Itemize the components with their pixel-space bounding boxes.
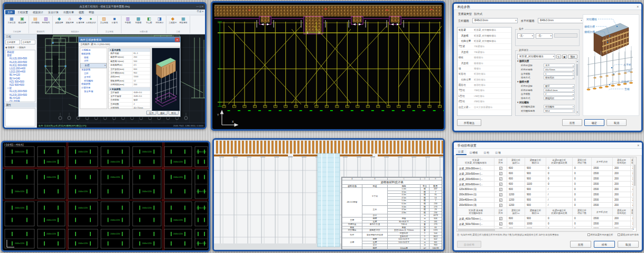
prop-grid-scrollbar[interactable]: ▲▼: [576, 59, 578, 114]
prop-value-select[interactable]: 两端间距: [544, 96, 575, 100]
command-line[interactable]: 命令: 指定对角点或 [栏选(F)/圈围(WP)/圈交(CP)]: 2046.7…: [37, 123, 205, 128]
component-filter-select[interactable]: 全部构件: [21, 40, 36, 44]
grid-value-cell[interactable]: 0: [573, 192, 592, 197]
beam-name-cell[interactable]: 边梁_200x600mm (...: [458, 176, 494, 182]
grid-value-cell[interactable]: 1500: [592, 192, 613, 197]
dialog-titlebar[interactable]: 手动排布设置: [454, 142, 642, 149]
shared-pole-checkbox[interactable]: ✓: [499, 177, 502, 180]
prop-value-select[interactable]: 钢管: [544, 84, 575, 88]
grid-value-cell[interactable]: 600: [507, 182, 525, 187]
tree-item[interactable]: Q1 200厚: [6, 100, 35, 102]
prop-value[interactable]: 12: [132, 79, 150, 83]
beam-name-cell[interactable]: 120x300mm (1): [458, 187, 494, 192]
dialog-tree-item[interactable]: 模板参数: [80, 52, 107, 56]
grid-value-cell[interactable]: /: [546, 187, 573, 192]
grid-value-cell[interactable]: 0: [573, 216, 592, 221]
prop-value[interactable]: 4.5: [132, 64, 150, 67]
grid-column-header[interactable]: 梁底立杆 增设个数: [573, 158, 592, 166]
grid-value-cell[interactable]: 0: [573, 187, 592, 192]
grid-value-cell[interactable]: /: [546, 197, 573, 203]
layout-button[interactable]: 排布: [594, 241, 615, 248]
shared-pole-checkbox[interactable]: ✓: [499, 217, 502, 220]
grid-value-cell[interactable]: 1200: [507, 203, 525, 208]
auto-layout-button[interactable]: 自动排布: [457, 241, 481, 248]
tab-楼板[interactable]: ▤楼板: [468, 150, 481, 155]
tab-梁[interactable]: ▤梁: [456, 149, 466, 155]
ribbon-button[interactable]: ⌂梁板布置: [64, 16, 75, 30]
grid-value-cell[interactable]: 0: [573, 221, 592, 227]
shared-pole-checkbox[interactable]: ✓: [499, 222, 502, 225]
method-list-row[interactable]: 矩形梁矩形梁_对拉螺栓做法: [458, 28, 511, 33]
dialog-tree-item[interactable]: 对拉螺栓: [80, 79, 107, 83]
method-list-row[interactable]: 矩形柱矩形柱做法: [458, 71, 511, 77]
shared-pole-checkbox[interactable]: ✓: [499, 183, 502, 186]
dialog-titlebar[interactable]: 构件支模参数查询: [79, 37, 180, 42]
account-area[interactable]: 登录 ▾: [197, 10, 203, 13]
dialog-tree-item[interactable]: 主楞: [80, 63, 107, 68]
ribbon-tab-3[interactable]: 安全计算: [46, 10, 61, 14]
prop-value-select[interactable]: M14: [544, 109, 575, 113]
ribbon-button[interactable]: ◧节点图: [144, 16, 154, 30]
grid-value-cell[interactable]: 900: [525, 176, 546, 182]
ok-button[interactable]: 确定: [584, 119, 604, 126]
shared-pole-checkbox[interactable]: ✓: [499, 204, 502, 207]
grid-column-header[interactable]: 立杆 共用: [494, 208, 507, 216]
formwork-3d-preview[interactable]: 对拉螺栓 侧模主楞 侧模次楞 水平杆 立杆 扫地杆 垫板: [583, 15, 639, 98]
prop-value[interactable]: KL-1: [132, 52, 150, 55]
prop-value-select[interactable]: 固定间距: [544, 76, 575, 79]
grid-column-header[interactable]: 水平杆步距: [592, 208, 613, 216]
dialog-titlebar[interactable]: 构造参数: [454, 4, 641, 10]
grid-value-cell[interactable]: 600: [507, 221, 525, 227]
grid-value-cell[interactable]: 200: [613, 216, 631, 221]
prop-value-select[interactable]: 2: [544, 92, 575, 96]
grid-value-cell[interactable]: 900: [525, 192, 546, 197]
apply-button[interactable]: 应用: [570, 241, 591, 248]
condition-select-1[interactable]: -无-: [517, 33, 534, 39]
method-list-row[interactable]: 圆形柱圆形柱做法: [458, 83, 511, 88]
grid-value-cell[interactable]: 1000: [525, 221, 546, 227]
method-list-row[interactable]: 高支模T型梁做法: [458, 50, 511, 55]
grid-value-cell[interactable]: 1500: [592, 182, 613, 187]
grid-value-cell[interactable]: 0: [546, 176, 573, 182]
grid-value-cell[interactable]: 200: [613, 166, 631, 171]
ribbon-tab-1[interactable]: 工程设置: [15, 10, 30, 14]
dialog-tree-item[interactable]: 面板: [80, 56, 107, 60]
grid-column-header[interactable]: 矩形梁-高支模 对拉螺栓做法: [458, 208, 494, 216]
prop-value[interactable]: 1500: [132, 75, 150, 78]
dialog-tree-item[interactable]: 安全复核: [80, 90, 107, 94]
ribbon-tab-5[interactable]: 视图: [77, 10, 86, 14]
grid-value-cell[interactable]: /: [546, 203, 573, 208]
grid-value-cell[interactable]: 1500: [592, 187, 613, 192]
grid-value-cell[interactable]: 200: [613, 221, 631, 227]
grid-value-cell[interactable]: 1500: [592, 197, 613, 203]
grid-value-cell[interactable]: 0: [573, 197, 592, 203]
grid-value-cell[interactable]: 1200: [507, 197, 525, 203]
prop-value-select[interactable]: 木方: [544, 64, 575, 67]
prop-section-header[interactable]: ▾ 侧模次楞: [517, 59, 575, 64]
grid-column-header[interactable]: 梁底次楞 排布间距: [613, 158, 631, 166]
radio-by-component[interactable]: ○ 按构件: [17, 46, 25, 49]
grid-value-cell[interactable]: 1500: [592, 166, 613, 171]
close-icon[interactable]: ×: [175, 38, 180, 42]
prop-value-select[interactable]: 1: [544, 72, 575, 76]
method-list-row[interactable]: 高支模矩形梁_对拉螺栓做法: [458, 33, 511, 38]
preview-button[interactable]: 预览: [568, 55, 577, 59]
grid-value-cell[interactable]: 1500: [592, 216, 613, 221]
grid-value-cell[interactable]: 900: [525, 216, 546, 221]
grid-value-cell[interactable]: 1500: [592, 221, 613, 227]
ribbon-tab-2[interactable]: 模架设计: [31, 10, 45, 14]
all-methods-button[interactable]: 所有做法: [457, 119, 481, 126]
grid-value-cell[interactable]: /: [546, 192, 573, 197]
grid-row[interactable]: 边梁_600x600mm (...✓60011000015002002: [458, 182, 637, 187]
grid-value-cell[interactable]: 0: [573, 171, 592, 176]
grid-column-header[interactable]: 立杆 共用: [494, 158, 507, 166]
grid-value-cell[interactable]: 0: [546, 182, 573, 187]
elevation-drawing-canvas[interactable]: Y X: [212, 3, 444, 129]
dialog-tree-item[interactable]: 工程概况: [80, 49, 107, 52]
dialog-tree-item[interactable]: 次楞: [80, 59, 107, 63]
shared-pole-checkbox[interactable]: ✓: [499, 167, 502, 170]
grid-column-header[interactable]: 边梁外侧立杆 距梁外侧边距离: [546, 158, 573, 166]
radio-by-floor[interactable]: ◉ 按楼层: [5, 46, 14, 49]
grid-column-header[interactable]: 梁底立杆 纵距La: [507, 158, 525, 166]
grid-value-cell[interactable]: 200: [613, 197, 631, 203]
